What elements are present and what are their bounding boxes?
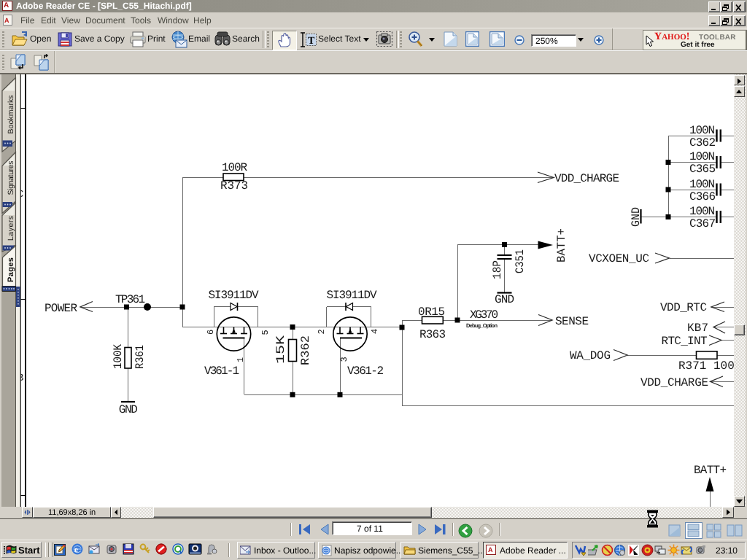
svg-text:VCXOEN_UC: VCXOEN_UC (589, 252, 649, 265)
svg-text:4: 4 (370, 329, 380, 334)
svg-text:VDD_CHARGE: VDD_CHARGE (554, 172, 619, 185)
svg-text:C367: C367 (689, 217, 716, 230)
svg-text:XG370: XG370 (470, 308, 498, 322)
svg-text:R363: R363 (419, 328, 446, 341)
svg-text:C366: C366 (689, 190, 716, 203)
svg-text:SENSE: SENSE (555, 315, 589, 328)
svg-text:R371 100K: R371 100K (678, 359, 734, 373)
svg-text:R373: R373 (220, 179, 248, 192)
svg-text:3: 3 (339, 357, 349, 362)
svg-text:100R: 100R (222, 161, 247, 174)
svg-text:1: 1 (236, 357, 246, 362)
svg-text:TP361: TP361 (115, 293, 145, 306)
svg-text:R362: R362 (299, 335, 312, 365)
svg-text:Debug_Option: Debug_Option (466, 322, 498, 329)
svg-text:100N: 100N (689, 205, 715, 218)
svg-text:V361-1: V361-1 (204, 365, 239, 378)
svg-text:WA_DOG: WA_DOG (570, 349, 611, 362)
svg-text:Layers: Layers (7, 216, 15, 241)
svg-text:SI3911DV: SI3911DV (327, 289, 377, 302)
svg-text:100K: 100K (112, 344, 125, 369)
svg-text:100N: 100N (689, 150, 715, 163)
svg-text:GND: GND (119, 403, 138, 416)
svg-text:100N: 100N (689, 124, 715, 137)
svg-text:VDD_CHARGE: VDD_CHARGE (640, 376, 708, 389)
svg-text:Pages: Pages (7, 257, 15, 282)
svg-text:B: B (20, 373, 23, 384)
svg-text:KB7: KB7 (687, 322, 708, 335)
svg-text:GND: GND (630, 207, 643, 227)
svg-text:6: 6 (206, 330, 216, 335)
svg-text:Signatures: Signatures (7, 161, 15, 195)
svg-text:V361-2: V361-2 (347, 365, 384, 378)
svg-text:5: 5 (260, 330, 271, 335)
svg-text:GND: GND (495, 293, 514, 306)
svg-text:18P: 18P (491, 260, 504, 279)
svg-text:C351: C351 (514, 249, 527, 273)
svg-text:SI3911DV: SI3911DV (209, 289, 259, 302)
svg-text:Bookmarks: Bookmarks (7, 96, 15, 134)
svg-text:T: T (308, 36, 315, 47)
svg-text:R361: R361 (133, 345, 147, 369)
svg-text:15K: 15K (274, 335, 287, 364)
svg-text:0R15: 0R15 (418, 306, 445, 319)
svg-text:2: 2 (317, 329, 327, 334)
svg-text:C: C (20, 189, 23, 201)
svg-text:BATT+: BATT+ (555, 228, 568, 262)
svg-text:RTC_INT: RTC_INT (662, 335, 708, 348)
svg-text:C362: C362 (689, 136, 716, 149)
svg-text:BATT+: BATT+ (694, 464, 727, 477)
svg-text:100N: 100N (689, 178, 715, 191)
svg-text:C365: C365 (689, 163, 716, 176)
svg-text:POWER: POWER (44, 302, 77, 315)
svg-text:e: e (74, 545, 78, 554)
svg-text:VDD_RTC: VDD_RTC (660, 301, 707, 314)
